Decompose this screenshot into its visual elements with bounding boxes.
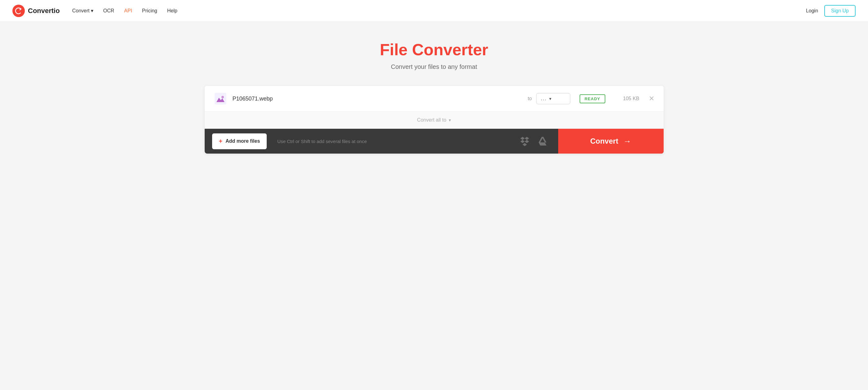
bottom-bar: + Add more files Use Ctrl or Shift to ad… (205, 129, 664, 154)
login-button[interactable]: Login (806, 8, 818, 13)
nav-ocr[interactable]: OCR (103, 8, 115, 13)
convert-all-label: Convert all to (417, 117, 446, 123)
add-files-button[interactable]: + Add more files (212, 133, 267, 149)
main-nav: Convert ▾ OCR API Pricing Help (72, 8, 806, 13)
dropdown-arrow-icon: ▾ (549, 96, 551, 101)
remove-file-button[interactable]: ✕ (649, 95, 654, 102)
file-type-icon (214, 92, 227, 105)
hero-subtitle: Convert your files to any format (391, 63, 477, 70)
google-drive-button[interactable] (538, 136, 549, 147)
logo[interactable]: Convertio (12, 5, 60, 17)
status-badge: READY (580, 94, 605, 103)
signup-button[interactable]: Sign Up (824, 5, 856, 17)
convert-all-row[interactable]: Convert all to ▾ (205, 112, 664, 129)
convert-all-chevron-icon: ▾ (449, 118, 451, 123)
hint-text: Use Ctrl or Shift to add several files a… (274, 139, 509, 144)
file-name: P1065071.webp (232, 95, 528, 102)
format-placeholder: ... (541, 96, 547, 101)
dropbox-button[interactable] (519, 136, 530, 147)
convert-chevron-icon: ▾ (91, 8, 93, 13)
svg-point-3 (221, 96, 224, 98)
svg-rect-1 (215, 93, 226, 104)
nav-api[interactable]: API (124, 8, 132, 13)
to-label: to (528, 96, 532, 101)
cloud-icons-area (510, 136, 558, 147)
svg-marker-6 (539, 142, 547, 146)
file-size: 105 KB (615, 96, 640, 101)
nav-help[interactable]: Help (167, 8, 177, 13)
convert-button[interactable]: Convert → (558, 129, 664, 154)
header-right: Login Sign Up (806, 5, 856, 17)
format-dropdown[interactable]: ... ▾ (536, 93, 570, 104)
convert-arrow-icon: → (623, 137, 631, 146)
main-content: File Converter Convert your files to any… (0, 22, 868, 166)
nav-pricing[interactable]: Pricing (142, 8, 157, 13)
plus-icon: + (219, 138, 223, 145)
file-row: P1065071.webp to ... ▾ READY 105 KB ✕ (205, 86, 664, 112)
nav-convert[interactable]: Convert ▾ (72, 8, 93, 13)
hero-title: File Converter (380, 40, 489, 59)
svg-point-0 (12, 5, 25, 17)
logo-icon (12, 5, 25, 17)
converter-container: P1065071.webp to ... ▾ READY 105 KB ✕ Co… (205, 86, 664, 154)
header: Convertio Convert ▾ OCR API Pricing Help… (0, 0, 868, 22)
logo-text: Convertio (28, 7, 60, 15)
svg-marker-5 (542, 137, 547, 142)
